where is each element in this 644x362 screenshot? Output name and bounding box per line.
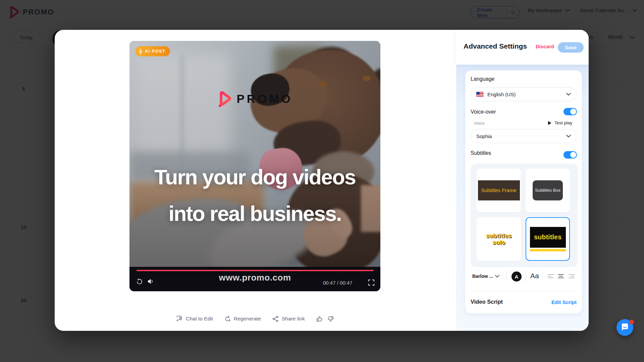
settings-card: Language English (US) Voice-over Voice T…: [465, 70, 582, 313]
edit-script-link[interactable]: Edit Script: [550, 299, 577, 305]
language-value: English (US): [487, 92, 516, 97]
voiceover-label: Voice-over: [471, 109, 496, 115]
test-play-button[interactable]: Test play: [548, 120, 572, 125]
chat-to-edit-button[interactable]: Chat to Edit: [176, 316, 213, 322]
toolbar-divider: [542, 270, 543, 283]
regenerate-label: Regenerate: [234, 316, 261, 322]
regenerate-icon: [224, 316, 231, 322]
test-play-label: Test play: [554, 120, 572, 125]
subtitle-style-solo-preview: subtitles solo: [480, 232, 517, 246]
us-flag-icon: [476, 92, 484, 97]
subtitle-style-solo[interactable]: subtitles solo: [477, 217, 521, 261]
play-icon: [548, 121, 551, 125]
video-preview[interactable]: AI POST PROMO Turn your dog videos into …: [129, 41, 380, 291]
fullscreen-button[interactable]: [368, 280, 374, 286]
chat-to-edit-label: Chat to Edit: [186, 316, 213, 322]
font-family-dropdown[interactable]: Barlow ...: [472, 274, 493, 279]
subtitle-style-box-preview: Subtitles Box: [533, 180, 563, 200]
headline-line1: Turn your dog videos: [129, 159, 380, 195]
discard-button[interactable]: Discard: [536, 44, 554, 49]
notification-dot: [629, 320, 634, 324]
video-headline: Turn your dog videos into real business.: [129, 159, 380, 232]
voice-label: Voice: [474, 121, 485, 126]
subtitle-underline-bar: [530, 249, 566, 251]
regenerate-button[interactable]: Regenerate: [224, 316, 261, 322]
voiceover-toggle[interactable]: [564, 108, 577, 115]
video-action-row: Chat to Edit Regenerate Share link: [129, 311, 380, 326]
share-link-label: Share link: [282, 316, 305, 322]
advanced-settings-panel: Language English (US) Voice-over Voice T…: [456, 30, 589, 331]
chat-bubble-icon: [621, 323, 629, 331]
align-left-button[interactable]: [548, 274, 554, 279]
voice-value: Sophia: [476, 133, 492, 139]
align-right-button[interactable]: [569, 274, 575, 279]
ai-post-preview-modal: AI POST PROMO Turn your dog videos into …: [55, 30, 589, 331]
microphone-icon: [139, 49, 143, 54]
progress-bar[interactable]: [137, 270, 374, 271]
voice-select[interactable]: Sophia: [471, 129, 577, 143]
promo-watermark: PROMO: [129, 90, 380, 107]
share-link-button[interactable]: Share link: [272, 316, 305, 322]
app-root: PROMO Create New My Workspace Social Cal…: [0, 0, 644, 362]
panel-title: Advanced Settings: [464, 42, 527, 50]
panel-header: Advanced Settings Discard Save: [456, 30, 589, 65]
subtitles-label: Subtitles: [471, 150, 491, 156]
language-select[interactable]: English (US): [471, 87, 577, 101]
font-size-button[interactable]: Aa: [530, 272, 539, 280]
subtitle-styles-grid: Subtitles Frame Subtitles Box subtitles …: [471, 164, 578, 267]
chat-edit-icon: [176, 316, 183, 322]
panel-body: Language English (US) Voice-over Voice T…: [456, 65, 589, 331]
thumbs-up-icon[interactable]: [316, 316, 323, 322]
feedback-buttons: [316, 316, 334, 322]
chevron-down-icon: [566, 93, 571, 96]
time-display: 00:47 / 00:47: [323, 280, 355, 286]
subtitle-style-frame[interactable]: Subtitles Frame: [477, 169, 521, 212]
dog-video-frame: [129, 41, 380, 267]
subtitle-style-selected[interactable]: subtitles: [526, 217, 570, 261]
chevron-down-icon: [566, 135, 571, 137]
ai-post-label: AI POST: [145, 49, 165, 54]
video-script-label: Video Script: [471, 299, 503, 305]
photo-darken-overlay: [129, 41, 380, 267]
headline-line2: into real business.: [129, 195, 380, 232]
subtitle-style-frame-preview: Subtitles Frame: [478, 180, 520, 200]
font-color-button[interactable]: A: [512, 272, 522, 282]
promo-play-icon: [217, 90, 232, 107]
align-center-button[interactable]: [558, 274, 564, 279]
subtitle-style-selected-preview: subtitles: [530, 227, 566, 248]
ai-post-badge: AI POST: [135, 46, 170, 56]
toolbar-divider: [526, 270, 526, 283]
thumbs-down-icon[interactable]: [327, 316, 334, 322]
video-controls-bar: www.promo.com 00:47 / 00:47: [129, 267, 380, 291]
subtitle-style-box[interactable]: Subtitles Box: [526, 169, 570, 212]
share-icon: [272, 316, 279, 322]
language-label: Language: [471, 76, 494, 82]
toolbar-divider: [506, 270, 507, 283]
chevron-down-icon[interactable]: [495, 275, 499, 278]
save-button[interactable]: Save: [558, 42, 584, 53]
section-divider: [471, 291, 578, 291]
watermark-text: PROMO: [236, 92, 292, 106]
subtitle-font-toolbar: Barlow ... A Aa: [465, 269, 582, 284]
subtitles-toggle[interactable]: [564, 151, 577, 159]
